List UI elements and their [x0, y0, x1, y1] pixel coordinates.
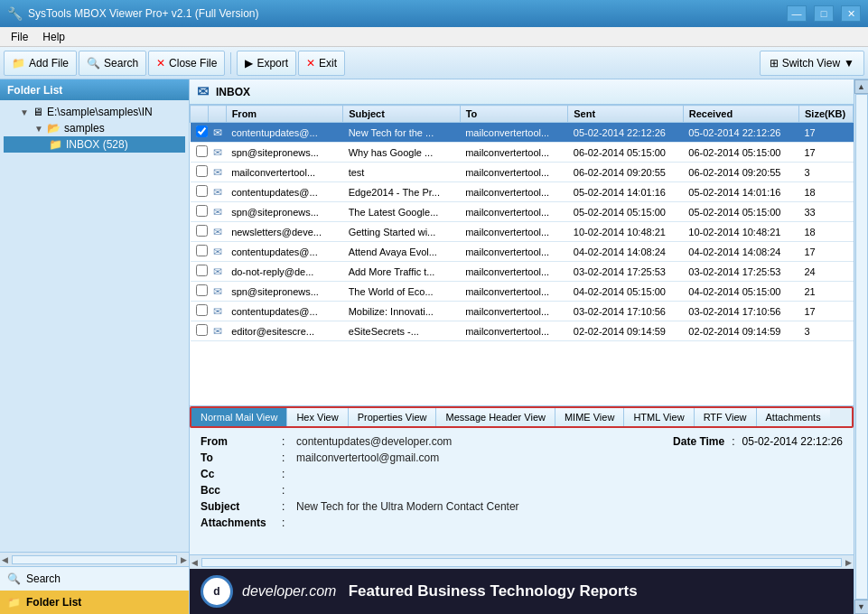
- table-row[interactable]: ✉ spn@sitepronews... The Latest Google..…: [191, 202, 854, 222]
- row-to: mailconvertertool...: [460, 242, 568, 262]
- row-checkbox-cell[interactable]: [191, 282, 209, 302]
- table-row[interactable]: ✉ spn@sitepronews... The World of Eco...…: [191, 282, 854, 302]
- row-icon-cell: ✉: [208, 321, 226, 341]
- row-checkbox[interactable]: [196, 324, 208, 336]
- row-checkbox[interactable]: [196, 126, 208, 137]
- v-scroll-track[interactable]: [855, 94, 868, 600]
- sidebar-scrollbar-track[interactable]: [12, 555, 177, 564]
- email-table-wrapper[interactable]: From Subject To Sent Received Size(KB) ✉…: [190, 105, 854, 405]
- envelope-icon: ✉: [213, 325, 222, 338]
- content-h-scrollbar[interactable]: ◀ ▶: [190, 554, 854, 569]
- row-checkbox[interactable]: [196, 185, 208, 197]
- row-icon-cell: ✉: [208, 302, 226, 321]
- row-icon-cell: ✉: [208, 222, 226, 242]
- h-scrollbar-track[interactable]: [201, 558, 842, 567]
- view-tab-hex-view[interactable]: Hex View: [287, 408, 348, 426]
- scroll-down-button[interactable]: ▼: [854, 600, 869, 614]
- app-icon: 🔧: [7, 6, 23, 21]
- minimize-button[interactable]: —: [787, 5, 807, 22]
- table-row[interactable]: ✉ contentupdates@... New Tech for the ..…: [191, 123, 854, 143]
- table-row[interactable]: ✉ contentupdates@... Edge2014 - The Pr..…: [191, 182, 854, 202]
- row-checkbox-cell[interactable]: [191, 242, 209, 262]
- tree-item-samples[interactable]: ▼ 📂 samples: [4, 120, 185, 136]
- preview-bcc-row: Bcc :: [201, 482, 843, 498]
- folder-tree[interactable]: ▼ 🖥 E:\sample\samples\IN ▼ 📂 samples 📁 I…: [0, 100, 189, 552]
- row-sent: 05-02-2014 22:12:26: [568, 123, 684, 143]
- col-header-sent[interactable]: Sent: [568, 106, 684, 123]
- tree-item-root[interactable]: ▼ 🖥 E:\sample\samples\IN: [4, 104, 185, 120]
- row-checkbox[interactable]: [196, 145, 208, 157]
- search-button[interactable]: 🔍 Search: [79, 51, 146, 76]
- row-checkbox[interactable]: [196, 245, 208, 256]
- table-row[interactable]: ✉ newsletters@deve... Getting Started wi…: [191, 222, 854, 242]
- row-size: 3: [799, 163, 854, 182]
- scroll-right-btn[interactable]: ▶: [844, 558, 854, 567]
- row-checkbox[interactable]: [196, 165, 208, 177]
- row-checkbox-cell[interactable]: [191, 262, 209, 282]
- row-checkbox[interactable]: [196, 225, 208, 237]
- tree-item-inbox[interactable]: 📁 INBOX (528): [4, 136, 185, 153]
- envelope-icon: ✉: [213, 285, 222, 298]
- v-scrollbar[interactable]: ▲ ▼: [854, 79, 868, 614]
- add-file-button[interactable]: 📁 Add File: [4, 51, 77, 76]
- maximize-button[interactable]: □: [814, 5, 834, 22]
- preview-cc-label: Cc: [201, 468, 282, 480]
- row-checkbox-cell[interactable]: [191, 321, 209, 341]
- table-row[interactable]: ✉ mailconvertertool... test mailconverte…: [191, 163, 854, 182]
- switch-view-button[interactable]: ⊞ Switch View ▼: [760, 51, 864, 76]
- view-tab-properties-view[interactable]: Properties View: [349, 408, 437, 426]
- col-header-received[interactable]: Received: [683, 106, 798, 123]
- menu-help[interactable]: Help: [35, 29, 72, 45]
- row-checkbox-cell[interactable]: [191, 182, 209, 202]
- row-checkbox-cell[interactable]: [191, 123, 209, 143]
- export-button[interactable]: ▶ Export: [237, 51, 296, 76]
- scroll-left-btn[interactable]: ◀: [190, 558, 200, 567]
- close-button[interactable]: ✕: [841, 5, 861, 22]
- preview-attachments-row: Attachments :: [201, 515, 843, 531]
- preview-from-value: contentupdates@developer.com: [296, 435, 452, 448]
- scroll-up-button[interactable]: ▲: [854, 79, 869, 94]
- row-size: 17: [799, 123, 854, 143]
- right-layout: ✉ INBOX From Subject To Sent Received: [190, 79, 868, 614]
- sidebar-h-scrollbar[interactable]: ◀ ▶: [0, 552, 189, 566]
- view-tab-normal-mail-view[interactable]: Normal Mail View: [191, 408, 287, 426]
- row-checkbox-cell[interactable]: [191, 202, 209, 222]
- col-header-to[interactable]: To: [460, 106, 568, 123]
- main-layout: Folder List ▼ 🖥 E:\sample\samples\IN ▼ 📂…: [0, 79, 868, 614]
- row-from: editor@esitescre...: [226, 321, 343, 341]
- title-bar: 🔧 SysTools MBOX Viewer Pro+ v2.1 (Full V…: [0, 0, 868, 27]
- row-subject: eSiteSecrets -...: [343, 321, 461, 341]
- col-header-from[interactable]: From: [226, 106, 343, 123]
- row-checkbox[interactable]: [196, 265, 208, 276]
- row-checkbox-cell[interactable]: [191, 143, 209, 163]
- table-row[interactable]: ✉ contentupdates@... Mobilize: Innovati.…: [191, 302, 854, 321]
- table-row[interactable]: ✉ editor@esitescre... eSiteSecrets -... …: [191, 321, 854, 341]
- exit-button[interactable]: ✕ Exit: [298, 51, 345, 76]
- sidebar-search-item[interactable]: 🔍 Search: [0, 567, 189, 591]
- view-tab-mime-view[interactable]: MIME View: [555, 408, 624, 426]
- row-to: mailconvertertool...: [460, 163, 568, 182]
- table-row[interactable]: ✉ spn@sitepronews... Why has Google ... …: [191, 143, 854, 163]
- view-tab-html-view[interactable]: HTML View: [624, 408, 694, 426]
- menu-file[interactable]: File: [4, 29, 35, 45]
- row-icon-cell: ✉: [208, 163, 226, 182]
- folder-icon-inbox: 📁: [49, 138, 62, 151]
- view-tab-attachments[interactable]: Attachments: [757, 408, 830, 426]
- view-tab-rtf-view[interactable]: RTF View: [695, 408, 757, 426]
- close-file-button[interactable]: ✕ Close File: [148, 51, 225, 76]
- row-checkbox[interactable]: [196, 205, 208, 217]
- row-checkbox-cell[interactable]: [191, 222, 209, 242]
- row-checkbox-cell[interactable]: [191, 302, 209, 321]
- developer-logo: d: [201, 575, 233, 608]
- table-row[interactable]: ✉ do-not-reply@de... Add More Traffic t.…: [191, 262, 854, 282]
- view-tab-message-header-view[interactable]: Message Header View: [436, 408, 555, 426]
- collapse-icon[interactable]: ▼: [20, 107, 33, 117]
- col-header-size[interactable]: Size(KB): [799, 106, 854, 123]
- row-checkbox[interactable]: [196, 284, 208, 296]
- collapse-icon-samples[interactable]: ▼: [34, 124, 47, 134]
- sidebar-folder-item[interactable]: 📁 Folder List: [0, 591, 189, 614]
- row-checkbox[interactable]: [196, 304, 208, 316]
- table-row[interactable]: ✉ contentupdates@... Attend Avaya Evol..…: [191, 242, 854, 262]
- row-checkbox-cell[interactable]: [191, 163, 209, 182]
- col-header-subject[interactable]: Subject: [343, 106, 461, 123]
